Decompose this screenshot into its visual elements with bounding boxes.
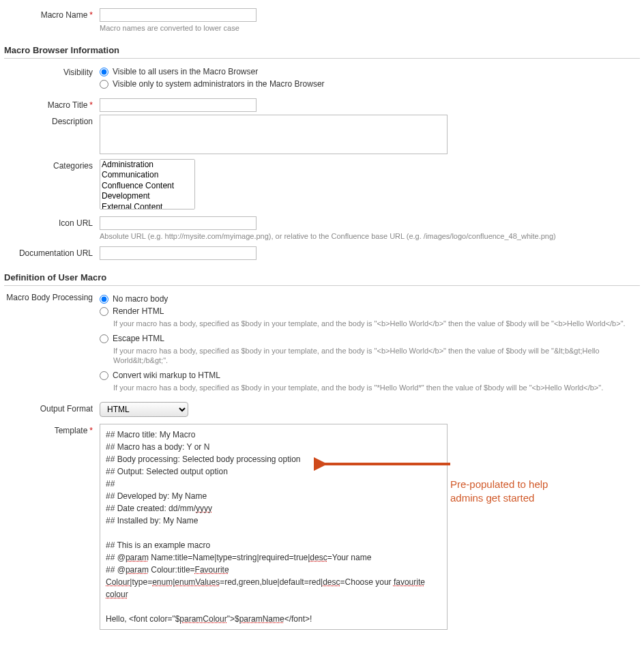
icon-url-label: Icon URL <box>4 216 100 230</box>
body-proc-radio-escape[interactable] <box>100 334 108 343</box>
category-option[interactable]: Administration <box>100 160 194 170</box>
body-proc-radio-none[interactable] <box>100 295 108 304</box>
body-proc-radio-wiki[interactable] <box>100 371 108 380</box>
macro-title-input[interactable] <box>100 98 257 112</box>
body-processing-label: Macro Body Processing <box>4 293 100 302</box>
icon-url-hint: Absolute URL (e.g. http://mysite.com/myi… <box>100 231 640 241</box>
section-divider <box>4 58 640 59</box>
macro-title-label: Macro Title* <box>4 98 100 112</box>
template-label: Template* <box>4 424 100 437</box>
macro-name-hint: Macro names are converted to lower case <box>100 23 640 33</box>
description-textarea[interactable] <box>100 115 448 154</box>
icon-url-input[interactable] <box>100 216 257 230</box>
body-proc-radio-render[interactable] <box>100 307 108 316</box>
doc-url-input[interactable] <box>100 246 257 260</box>
output-format-label: Output Format <box>4 402 100 416</box>
section-browser-title: Macro Browser Information <box>4 45 640 57</box>
visibility-option-all: Visible to all users in the Macro Browse… <box>113 67 258 76</box>
body-proc-option-wiki: Convert wiki markup to HTML <box>113 371 220 380</box>
categories-listbox[interactable]: Administration Communication Confluence … <box>100 159 195 209</box>
category-option[interactable]: External Content <box>100 202 194 209</box>
category-option[interactable]: Communication <box>100 170 194 180</box>
visibility-radio-admins[interactable] <box>100 80 108 89</box>
output-format-select[interactable]: HTML <box>100 402 188 417</box>
visibility-radio-all[interactable] <box>100 68 108 76</box>
section-definition-title: Definition of User Macro <box>4 272 640 284</box>
section-divider <box>4 285 640 286</box>
body-proc-option-render: Render HTML <box>113 306 164 316</box>
template-textarea[interactable]: ## Macro title: My Macro ## Macro has a … <box>100 424 448 630</box>
body-proc-option-escape: Escape HTML <box>113 334 164 343</box>
visibility-option-admins: Visible only to system administrators in… <box>113 79 325 89</box>
body-proc-hint-render: If your macro has a body, specified as $… <box>113 319 640 328</box>
body-proc-option-none: No macro body <box>113 294 168 304</box>
categories-label: Categories <box>4 159 100 173</box>
body-proc-hint-wiki: If your macro has a body, specified as $… <box>113 383 640 392</box>
macro-name-label: Macro Name* <box>4 8 100 22</box>
body-proc-hint-escape: If your macro has a body, specified as $… <box>113 346 640 365</box>
category-option[interactable]: Confluence Content <box>100 181 194 191</box>
description-label: Description <box>4 115 100 128</box>
visibility-label: Visibility <box>4 66 100 79</box>
category-option[interactable]: Development <box>100 191 194 201</box>
macro-name-input[interactable] <box>100 8 257 22</box>
doc-url-label: Documentation URL <box>4 246 100 260</box>
